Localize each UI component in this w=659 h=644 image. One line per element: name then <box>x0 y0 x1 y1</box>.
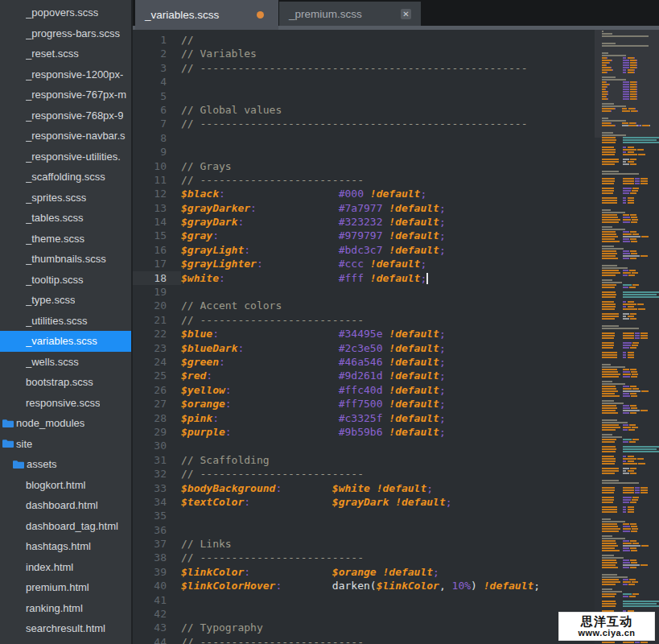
code-line[interactable]: 17$grayLighter: #ccc !default; <box>133 257 595 270</box>
line-number: 10 <box>133 159 181 173</box>
code-line[interactable]: 7// ------------------------------------… <box>133 117 595 130</box>
file-tree-item[interactable]: hashtags.html <box>0 536 131 557</box>
file-tree-item[interactable]: blogkort.html <box>0 475 131 496</box>
minimap-segment <box>602 489 615 491</box>
code-line[interactable]: 13$grayDarker: #7a7977 !default; <box>133 201 595 215</box>
code-line[interactable]: 12$black: #000 !default; <box>133 187 595 200</box>
code-line[interactable]: 1// <box>133 33 595 47</box>
file-tree-item[interactable]: assets <box>0 454 131 475</box>
close-icon[interactable]: ✕ <box>401 9 411 19</box>
file-tree-item[interactable]: _wells.scss <box>0 352 131 373</box>
code-line[interactable]: 30 <box>133 439 595 452</box>
code-line[interactable]: 22$blue: #34495e !default; <box>133 327 595 341</box>
code-line[interactable]: 23$blueDark: #2c3e50 !default; <box>133 341 595 355</box>
minimap-segment <box>623 221 629 223</box>
minimap-segment <box>623 342 632 344</box>
code-line[interactable]: 19 <box>133 285 595 299</box>
file-tree-item[interactable]: _reset.scss <box>0 43 131 64</box>
file-tree-item[interactable]: _variables.scss <box>0 331 131 352</box>
code-line[interactable]: 25$red: #9d261d !default; <box>133 369 595 382</box>
file-tree-item[interactable]: _tables.scss <box>0 208 131 229</box>
minimap-segment <box>602 301 614 303</box>
code-line[interactable]: 6// Global values <box>133 103 595 117</box>
file-tree-item[interactable]: _responsive-768px-9 <box>0 105 131 126</box>
minimap-segment <box>623 564 640 566</box>
file-tree-item[interactable]: index.html <box>0 557 131 578</box>
file-tree-sidebar[interactable]: _popovers.scss_progress-bars.scss_reset.… <box>0 0 133 644</box>
file-tree-item[interactable]: _type.scss <box>0 290 131 311</box>
minimap-segment <box>628 161 634 163</box>
code-line[interactable]: 32// -------------------------- <box>133 467 595 481</box>
code-line[interactable]: 14$grayDark: #323232 !default; <box>133 215 595 229</box>
file-tree-item[interactable]: _scaffolding.scss <box>0 167 131 188</box>
line-number: 11 <box>133 173 181 187</box>
code-line[interactable]: 31// Scaffolding <box>133 453 595 467</box>
file-tree-item[interactable]: _theme.scss <box>0 229 131 250</box>
tab-active[interactable]: _variables.scss <box>135 0 278 30</box>
file-tree-item[interactable]: dashboard.html <box>0 495 131 516</box>
file-tree-item[interactable]: dashboard_tag.html <box>0 516 131 537</box>
minimap-segment <box>623 451 659 452</box>
minimap-segment <box>623 183 634 184</box>
code-line[interactable]: 26$yellow: #ffc40d !default; <box>133 383 595 397</box>
file-tree-item[interactable]: site <box>0 434 131 455</box>
file-tree-item[interactable]: searchresult.html <box>0 618 131 639</box>
file-tree-item[interactable]: bootstrap.scss <box>0 372 131 393</box>
file-tree-item[interactable]: _thumbnails.scss <box>0 249 131 270</box>
code-line[interactable]: 20// Accent colors <box>133 299 595 312</box>
code-line[interactable]: 38// -------------------------- <box>133 551 595 564</box>
file-tree-item[interactable]: _sprites.scss <box>0 188 131 208</box>
file-tree-item[interactable]: _responsive-1200px- <box>0 64 131 85</box>
file-tree-item[interactable]: premium.html <box>0 577 131 598</box>
minimap-segment <box>630 64 636 66</box>
minimap-segment <box>628 354 634 356</box>
code-editor[interactable]: 1//2// Variables3// --------------------… <box>133 30 595 644</box>
code-line[interactable]: 15$gray: #979797 !default; <box>133 229 595 242</box>
file-tree-item[interactable]: ranking.html <box>0 598 131 619</box>
code-line[interactable]: 16$grayLight: #bdc3c7 !default; <box>133 243 595 257</box>
code-line[interactable]: 28$pink: #c3325f !default; <box>133 411 595 425</box>
code-line[interactable]: 24$green: #46a546 !default; <box>133 355 595 369</box>
code-line[interactable]: 37// Links <box>133 537 595 551</box>
code-token: #9d261d <box>339 369 383 382</box>
minimap-segment <box>602 446 616 448</box>
code-line[interactable]: 11// -------------------------- <box>133 173 595 187</box>
minimap-segment <box>602 547 615 549</box>
code-line[interactable]: 43// Typography <box>133 621 595 634</box>
minimap-segment <box>636 93 637 95</box>
file-tree-item[interactable]: _responsive-navbar.s <box>0 126 131 147</box>
code-line[interactable]: 10// Grays <box>133 159 595 173</box>
code-line[interactable]: 27$orange: #ff7500 !default; <box>133 397 595 411</box>
code-line-content: $gray: #979797 !default; <box>181 229 446 242</box>
code-line[interactable]: 3// ------------------------------------… <box>133 61 595 75</box>
file-tree-item[interactable]: _utilities.scss <box>0 311 131 332</box>
code-line[interactable]: 8 <box>133 131 595 145</box>
code-line[interactable]: 36 <box>133 523 595 537</box>
file-tree-item[interactable]: _tooltip.scss <box>0 270 131 291</box>
tab-bar[interactable]: _variables.scss_premium.scss✕ <box>133 0 659 30</box>
code-line[interactable]: 40$linkColorHover: darken($linkColor, 10… <box>133 579 595 592</box>
code-line[interactable]: 2// Variables <box>133 47 595 60</box>
code-line[interactable]: 39$linkColor: $orange !default; <box>133 565 595 579</box>
code-line[interactable]: 5 <box>133 89 595 103</box>
tab-inactive[interactable]: _premium.scss✕ <box>279 2 421 26</box>
code-line[interactable]: 41 <box>133 593 595 607</box>
file-tree-item[interactable]: _progress-bars.scss <box>0 23 131 44</box>
code-line[interactable]: 18$white: #fff !default; <box>133 271 595 285</box>
code-line[interactable]: 44// -------------------------- <box>133 635 595 644</box>
code-line[interactable]: 34$textColor: $grayDark !default; <box>133 495 595 509</box>
file-tree-item[interactable]: _popovers.scss <box>0 2 131 23</box>
code-line[interactable]: 21// -------------------------- <box>133 313 595 327</box>
code-line[interactable]: 9 <box>133 145 595 159</box>
file-tree-item[interactable]: _responsive-utilities. <box>0 147 131 167</box>
minimap[interactable] <box>595 30 659 644</box>
file-tree-item[interactable]: responsive.scss <box>0 393 131 414</box>
code-line[interactable]: 33$bodyBackground: $white !default; <box>133 481 595 495</box>
minimap-segment <box>602 482 639 484</box>
code-line[interactable]: 29$purple: #9b59b6 !default; <box>133 425 595 439</box>
code-line[interactable]: 42 <box>133 607 595 621</box>
code-line[interactable]: 35 <box>133 509 595 522</box>
file-tree-item[interactable]: _responsive-767px-m <box>0 85 131 105</box>
code-line[interactable]: 4 <box>133 75 595 89</box>
file-tree-item[interactable]: node_modules <box>0 413 131 434</box>
